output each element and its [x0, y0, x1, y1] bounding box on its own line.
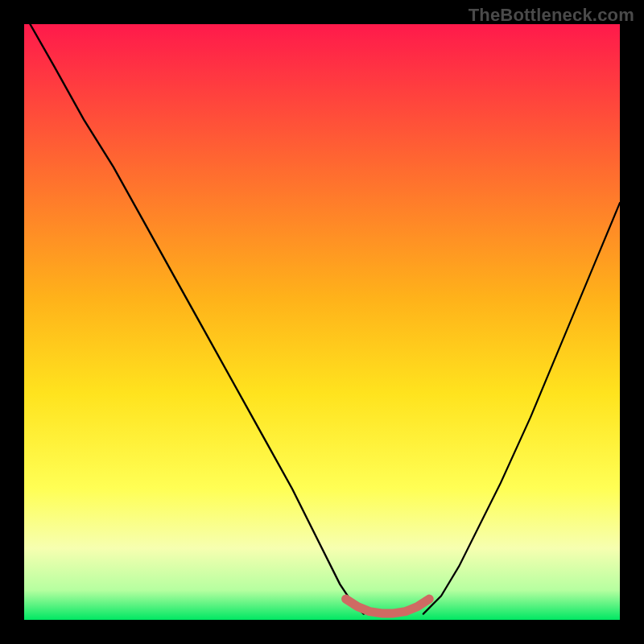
- gradient-background: [24, 24, 620, 620]
- chart-frame: TheBottleneck.com: [0, 0, 644, 644]
- watermark-text: TheBottleneck.com: [469, 5, 634, 26]
- bottleneck-chart: [24, 24, 620, 620]
